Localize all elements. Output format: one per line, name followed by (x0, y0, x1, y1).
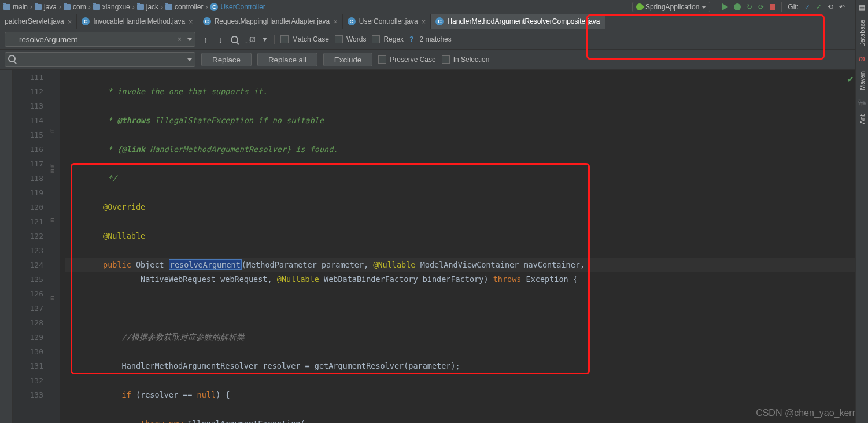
replace-all-button[interactable]: Replace all (257, 53, 317, 66)
chevron-down-icon (701, 6, 706, 9)
git-commit-icon[interactable]: ✓ (816, 3, 822, 11)
find-all-icon[interactable] (231, 36, 238, 43)
replace-input[interactable] (5, 52, 195, 67)
tab-invocable[interactable]: CInvocableHandlerMethod.java× (77, 14, 198, 29)
tab-hmarc[interactable]: CHandlerMethodArgumentResolverComposite.… (431, 14, 605, 29)
run-config-selector[interactable]: SpringApplication (632, 2, 710, 12)
find-input[interactable] (5, 32, 195, 47)
folder-icon (64, 4, 71, 10)
chevron-down-icon[interactable] (187, 58, 192, 61)
bc-class[interactable]: CUserController (210, 3, 265, 11)
tab-usercontroller[interactable]: CUserController.java× (343, 14, 431, 29)
exclude-button[interactable]: Exclude (323, 53, 372, 66)
search-icon (8, 55, 16, 62)
preserve-case-checkbox[interactable]: Preserve Case (378, 55, 435, 64)
close-icon[interactable]: × (68, 17, 72, 26)
bc-jack[interactable]: jack (137, 3, 158, 11)
class-icon: C (82, 17, 90, 25)
left-gutter-marker (0, 70, 13, 423)
select-all-icon[interactable]: ⬚☑ (244, 36, 256, 43)
words-checkbox[interactable]: Words (335, 35, 366, 43)
folder-icon (137, 4, 144, 10)
match-case-checkbox[interactable]: Match Case (280, 35, 329, 43)
fold-column[interactable]: ⊟ ⊟⊟ ⊟ ⊟ (50, 70, 60, 423)
git-label: Git: (788, 3, 799, 11)
bc-com[interactable]: com (64, 3, 86, 11)
tab-patcherservlet[interactable]: patcherServlet.java× (0, 14, 77, 29)
maven-tool[interactable]: Maven (859, 71, 866, 90)
run-coverage-icon[interactable]: ↻ (747, 3, 752, 11)
database-icon[interactable]: ▤ (859, 3, 865, 12)
maven-icon[interactable]: m (859, 55, 865, 63)
bc-java[interactable]: java (35, 3, 57, 11)
bc-xiangxue[interactable]: xiangxue (93, 3, 130, 11)
replace-bar: Replace Replace all Exclude Preserve Cas… (0, 50, 868, 70)
bc-main[interactable]: main (3, 3, 28, 11)
help-icon[interactable]: ? (409, 35, 413, 43)
match-count: 2 matches (419, 35, 451, 43)
run-button[interactable] (722, 3, 728, 10)
git-history-icon[interactable]: ⟲ (828, 3, 833, 11)
folder-icon (35, 4, 42, 10)
debug-button[interactable] (734, 3, 741, 10)
clear-icon[interactable]: × (178, 35, 182, 43)
find-bar: × ↑ ↓ ⬚☑ ▼ Match Case Words Regex ? 2 ma… (0, 29, 868, 50)
close-icon[interactable]: × (422, 17, 426, 26)
class-icon: C (203, 17, 211, 25)
right-tool-sidebar: ▤ Database m Maven 🐜 Ant (855, 0, 868, 423)
replace-button[interactable]: Replace (201, 53, 252, 66)
database-tool[interactable]: Database (859, 20, 866, 47)
run-toolbar: SpringApplication ↻ ⟳ Git: ✓ ✓ ⟲ ↶ (632, 0, 865, 14)
prev-match-button[interactable]: ↑ (201, 35, 210, 44)
tab-rmha[interactable]: CRequestMappingHandlerAdapter.java× (198, 14, 343, 29)
stop-button[interactable] (770, 4, 775, 10)
filter-icon[interactable]: ▼ (261, 35, 268, 43)
code-area[interactable]: * invoke the one that supports it. * @th… (60, 70, 868, 423)
editor[interactable]: 1111121131141151161171181191201211221231… (0, 70, 868, 423)
class-icon: C (435, 17, 444, 25)
spring-icon (634, 2, 644, 12)
search-selection: resolveArgument (169, 259, 242, 270)
close-icon[interactable]: × (333, 17, 338, 26)
editor-tabs: patcherServlet.java× CInvocableHandlerMe… (0, 14, 868, 29)
regex-checkbox[interactable]: Regex (372, 35, 404, 43)
breadcrumb: main › java › com › xiangxue › jack › co… (0, 0, 868, 14)
ant-icon[interactable]: 🐜 (858, 98, 866, 106)
profile-icon[interactable]: ⟳ (758, 3, 764, 11)
chevron-down-icon[interactable] (187, 38, 192, 41)
folder-icon (3, 4, 10, 10)
git-update-icon[interactable]: ✓ (804, 3, 810, 11)
folder-icon (165, 4, 172, 10)
in-selection-checkbox[interactable]: In Selection (442, 55, 490, 64)
next-match-button[interactable]: ↓ (216, 35, 226, 44)
analysis-ok-icon: ✔ (847, 74, 854, 85)
bc-controller[interactable]: controller (165, 3, 203, 11)
ant-tool[interactable]: Ant (859, 114, 866, 124)
watermark: CSDN @chen_yao_kerr (756, 408, 855, 418)
git-rollback-icon[interactable]: ↶ (839, 3, 845, 11)
close-icon[interactable]: × (189, 17, 193, 26)
class-icon: C (210, 3, 218, 11)
class-icon: C (348, 17, 356, 25)
folder-icon (93, 4, 100, 10)
line-number-gutter: 1111121131141151161171181191201211221231… (13, 70, 50, 423)
